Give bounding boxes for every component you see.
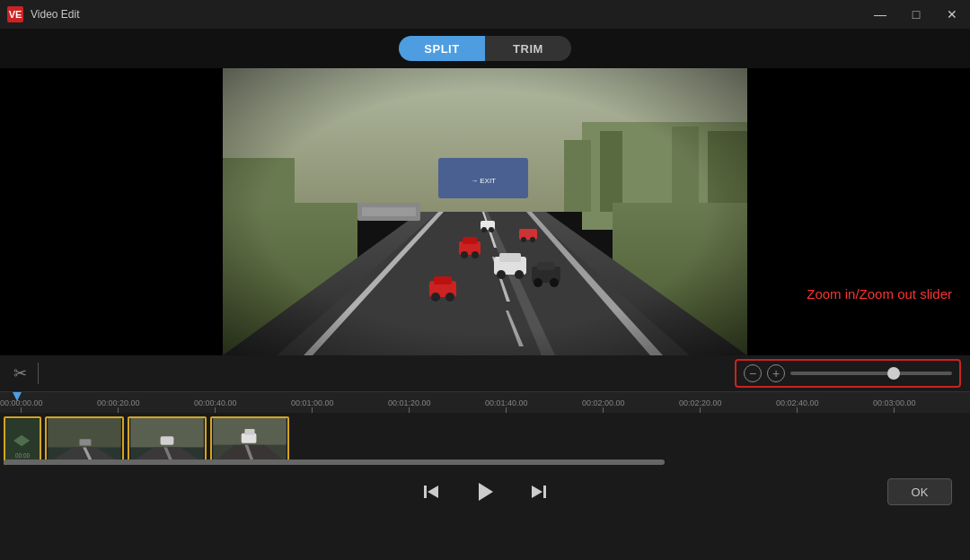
- trim-tab[interactable]: TRIM: [485, 36, 571, 61]
- main-area: → EXIT: [0, 68, 970, 355]
- scissors-divider: [38, 363, 39, 384]
- zoom-label: Zoom in/Zoom out slider: [807, 286, 952, 302]
- ruler-track: 00:00:00.0000:00:20.0000:00:40.0000:01:0…: [0, 392, 970, 413]
- timeline-ruler: 00:00:00.0000:00:20.0000:00:40.0000:01:0…: [0, 391, 970, 413]
- right-panel: Zoom in/Zoom out slider: [747, 68, 970, 355]
- video-canvas: → EXIT: [223, 68, 747, 355]
- ruler-mark: 00:01:20.00: [388, 398, 431, 413]
- ok-button[interactable]: OK: [887, 478, 952, 505]
- left-panel: [0, 68, 223, 355]
- svg-rect-62: [244, 429, 254, 434]
- clip-2[interactable]: [45, 416, 124, 465]
- ruler-mark: 00:02:40.00: [776, 398, 819, 413]
- scissors-icon[interactable]: ✂: [9, 363, 31, 384]
- clips-row: 00:00: [0, 413, 970, 468]
- ruler-mark: 00:00:40.00: [194, 398, 237, 413]
- svg-text:00:00: 00:00: [15, 452, 30, 459]
- timeline-area: ✂ − + 00:00:00.0000:00:20.0000:00:40.000…: [0, 355, 970, 468]
- close-button[interactable]: ✕: [934, 0, 970, 29]
- svg-rect-52: [79, 439, 91, 445]
- ruler-mark: 00:00:20.00: [97, 398, 140, 413]
- clip-4[interactable]: [210, 416, 289, 465]
- ruler-mark: 00:01:00.00: [291, 398, 334, 413]
- svg-rect-56: [161, 436, 174, 444]
- maximize-button[interactable]: □: [898, 0, 934, 29]
- titlebar: VE Video Edit — □ ✕: [0, 0, 970, 29]
- zoom-slider-container: − +: [735, 359, 961, 388]
- svg-rect-67: [543, 486, 546, 498]
- prev-frame-button[interactable]: [415, 476, 447, 508]
- svg-marker-65: [428, 486, 438, 498]
- ruler-mark: 00:01:40.00: [485, 398, 528, 413]
- minimize-button[interactable]: —: [862, 0, 898, 29]
- svg-rect-64: [424, 486, 427, 498]
- timeline-progress-bar: [4, 459, 665, 465]
- app-title: Video Edit: [31, 8, 80, 21]
- zoom-out-icon[interactable]: −: [744, 364, 762, 382]
- zoom-in-icon[interactable]: +: [767, 364, 785, 382]
- video-preview: → EXIT: [223, 68, 747, 355]
- next-frame-button[interactable]: [523, 476, 555, 508]
- window-controls: — □ ✕: [862, 0, 970, 29]
- svg-rect-44: [223, 68, 747, 355]
- ruler-mark: 00:00:00.00: [0, 398, 43, 413]
- app-icon: VE: [7, 6, 23, 22]
- svg-marker-68: [532, 486, 542, 498]
- clip-1[interactable]: 00:00: [4, 416, 41, 465]
- zoom-row: ✂ − +: [0, 355, 970, 391]
- clip-3[interactable]: [128, 416, 207, 465]
- playback-controls: OK: [0, 468, 970, 515]
- ruler-mark: 00:02:00.00: [582, 398, 625, 413]
- split-tab[interactable]: SPLIT: [399, 36, 485, 61]
- ruler-mark: 00:02:20.00: [679, 398, 722, 413]
- svg-marker-66: [479, 483, 493, 501]
- ruler-mark: 00:03:00.00: [873, 398, 916, 413]
- zoom-slider[interactable]: [790, 372, 952, 375]
- toolbar: SPLIT TRIM: [0, 29, 970, 68]
- play-button[interactable]: [469, 476, 501, 508]
